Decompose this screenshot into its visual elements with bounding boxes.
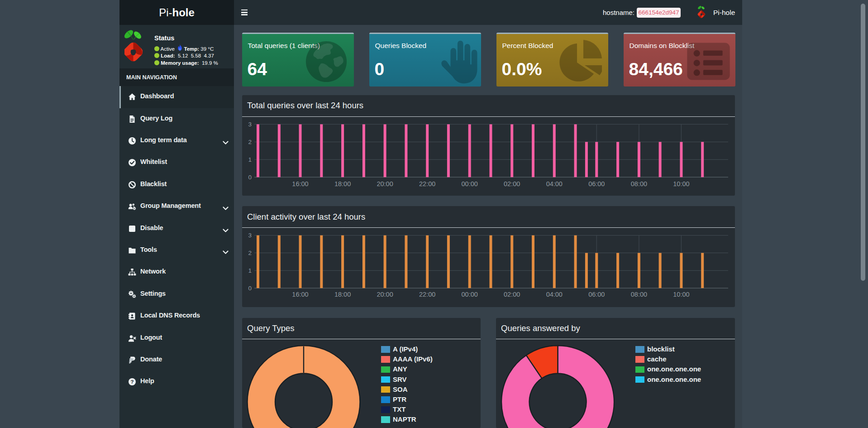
svg-text:04:00: 04:00 xyxy=(546,291,563,298)
svg-text:2: 2 xyxy=(248,139,252,145)
svg-text:04:00: 04:00 xyxy=(546,180,563,188)
svg-text:00:00: 00:00 xyxy=(462,291,478,298)
svg-text:0: 0 xyxy=(248,174,252,181)
svg-text:06:00: 06:00 xyxy=(588,180,605,188)
svg-text:00:00: 00:00 xyxy=(462,180,478,188)
svg-text:16:00: 16:00 xyxy=(292,291,308,298)
svg-text:02:00: 02:00 xyxy=(504,291,520,298)
svg-text:18:00: 18:00 xyxy=(334,180,351,188)
svg-text:20:00: 20:00 xyxy=(377,180,393,188)
svg-text:1: 1 xyxy=(248,156,252,163)
svg-text:08:00: 08:00 xyxy=(631,180,647,188)
svg-text:2: 2 xyxy=(248,250,252,256)
svg-text:16:00: 16:00 xyxy=(292,180,308,188)
svg-text:10:00: 10:00 xyxy=(673,180,689,188)
svg-text:08:00: 08:00 xyxy=(631,291,647,298)
svg-text:10:00: 10:00 xyxy=(673,291,689,298)
svg-text:02:00: 02:00 xyxy=(504,180,520,188)
svg-text:22:00: 22:00 xyxy=(419,291,435,298)
svg-text:06:00: 06:00 xyxy=(588,291,605,298)
svg-text:0: 0 xyxy=(248,285,252,292)
svg-text:3: 3 xyxy=(248,121,252,128)
svg-text:18:00: 18:00 xyxy=(334,291,351,298)
svg-text:22:00: 22:00 xyxy=(419,180,435,188)
svg-text:20:00: 20:00 xyxy=(377,291,393,298)
svg-text:1: 1 xyxy=(248,267,252,274)
svg-text:3: 3 xyxy=(248,232,252,239)
